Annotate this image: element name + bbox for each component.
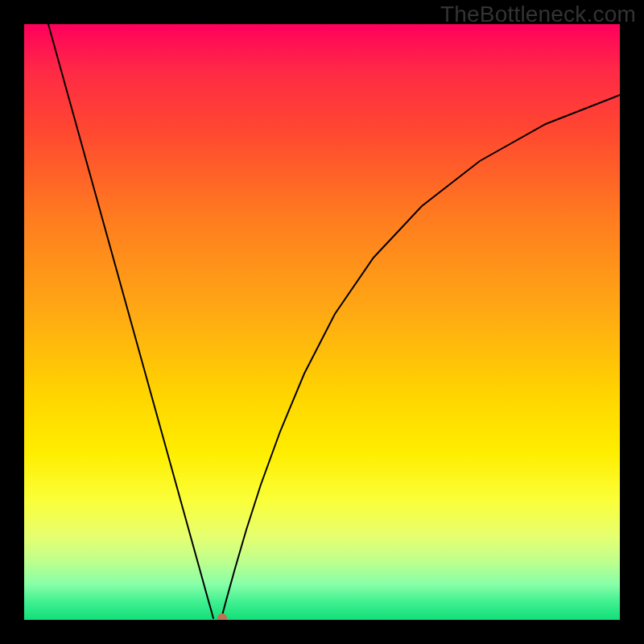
watermark-text: TheBottleneck.com [440,2,636,27]
curve-left-branch [48,24,213,618]
chart-container: TheBottleneck.com [0,0,644,644]
curve-svg [24,24,620,620]
optimum-dot-icon [217,613,227,620]
curve-right-branch [221,95,620,618]
plot-area [24,24,620,620]
